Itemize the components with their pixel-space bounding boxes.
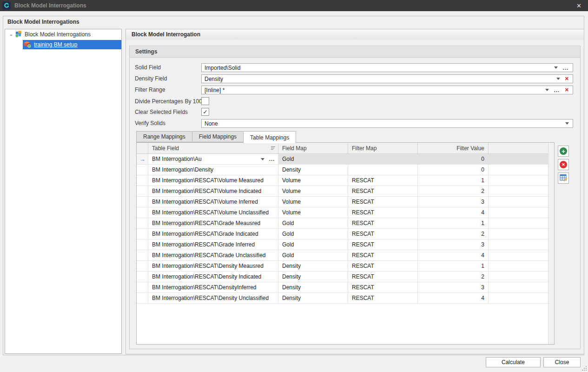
table-row[interactable]: BM Interrogation\RESCAT\Volume Inferred … xyxy=(137,197,548,207)
field-map-cell[interactable]: Density xyxy=(278,261,348,271)
delete-row-button[interactable]: ✕ xyxy=(558,159,569,170)
filter-value-cell[interactable]: 1 xyxy=(418,261,489,271)
filter-map-cell[interactable] xyxy=(348,165,418,175)
field-map-cell[interactable]: Volume xyxy=(278,207,348,218)
table-field-cell[interactable]: BM Interrogation\RESCAT\Density Meausred xyxy=(148,261,278,271)
clear-selected-checkbox[interactable]: ✓ xyxy=(201,108,209,116)
filter-map-cell[interactable]: RESCAT xyxy=(348,250,418,260)
filter-map-cell[interactable]: RESCAT xyxy=(348,272,418,282)
filter-map-cell[interactable]: RESCAT xyxy=(348,239,418,250)
table-row[interactable]: BM Interrogation\RESCAT\Density Meausred… xyxy=(137,261,548,272)
grid-header-filter-value[interactable]: Filter Value xyxy=(418,143,489,153)
field-map-cell[interactable]: Gold xyxy=(278,154,348,164)
browse-ellipsis-icon[interactable]: … xyxy=(269,157,275,161)
table-field-cell[interactable]: BM Interrogation\RESCAT\Volume Measured xyxy=(148,175,278,186)
table-row[interactable]: BM Interrogation\RESCAT\Volume Measured … xyxy=(137,175,548,186)
filter-map-cell[interactable] xyxy=(348,154,418,164)
dropdown-arrow-icon[interactable] xyxy=(554,66,558,69)
field-map-cell[interactable]: Gold xyxy=(278,229,348,239)
tab-table-mappings[interactable]: Table Mappings xyxy=(243,131,296,143)
browse-ellipsis-icon[interactable]: … xyxy=(562,66,569,70)
field-map-cell[interactable]: Volume xyxy=(278,186,348,196)
table-row[interactable]: BM Interrogation\RESCAT\Volume Unclassif… xyxy=(137,207,548,218)
table-row[interactable]: BM Interrogation\RESCAT\Grade Indicated … xyxy=(137,229,548,239)
filter-map-cell[interactable]: RESCAT xyxy=(348,293,418,303)
grid-vertical-scrollbar[interactable] xyxy=(548,143,554,344)
dropdown-arrow-icon[interactable] xyxy=(556,78,560,80)
field-map-cell[interactable]: Density xyxy=(278,282,348,292)
table-field-cell[interactable]: BM Interrogation\RESCAT\DensityInferred xyxy=(148,282,278,292)
browse-ellipsis-icon[interactable]: … xyxy=(554,88,560,92)
close-icon[interactable]: ✕ xyxy=(576,0,581,11)
filter-value-cell[interactable]: 2 xyxy=(418,229,489,239)
table-row[interactable]: BM Interrogation\RESCAT\DensityInferred … xyxy=(137,282,548,293)
table-field-cell[interactable]: BM Interrogation\RESCAT\Grade Indicated xyxy=(148,229,278,239)
solid-field-input[interactable]: Imported\Solid … xyxy=(201,63,573,72)
table-field-cell[interactable]: BM Interrogation\RESCAT\Volume Unclassif… xyxy=(148,207,278,218)
table-field-cell[interactable]: BM Interrogation\RESCAT\Volume Inferred xyxy=(148,197,278,207)
divide-percentages-checkbox[interactable] xyxy=(201,97,209,105)
filter-value-cell[interactable]: 4 xyxy=(418,207,489,218)
dropdown-arrow-icon[interactable] xyxy=(565,122,569,125)
table-field-cell[interactable]: BM Interrogation\RESCAT\Grade Unclassifi… xyxy=(148,250,278,260)
resize-grip[interactable] xyxy=(581,365,587,371)
table-field-cell[interactable]: BM Interrogation\RESCAT\Grade Meausred xyxy=(148,218,278,228)
grid-header-table-field[interactable]: Table Field xyxy=(148,143,278,153)
filter-value-cell[interactable]: 3 xyxy=(418,239,489,250)
table-row[interactable]: BM Interrogation\RESCAT\Grade Unclassifi… xyxy=(137,250,548,261)
table-row[interactable]: BM Interrogation\RESCAT\Density Unclassi… xyxy=(137,293,548,304)
grid-header-filter-map[interactable]: Filter Map xyxy=(348,143,418,153)
close-button[interactable]: Close xyxy=(543,357,581,367)
field-map-cell[interactable]: Gold xyxy=(278,218,348,228)
field-map-cell[interactable]: Density xyxy=(278,165,348,175)
tree-node-root[interactable]: ⌄ x Block Model Interrogations xyxy=(5,29,121,39)
add-row-button[interactable]: + xyxy=(558,146,569,157)
density-field-input[interactable]: Density ✕ xyxy=(201,74,573,83)
table-row[interactable]: BM Interrogation\RESCAT\Density Indicate… xyxy=(137,272,548,282)
filter-map-cell[interactable]: RESCAT xyxy=(348,229,418,239)
grid-header-field-map[interactable]: Field Map xyxy=(278,143,348,153)
filter-value-cell[interactable]: 2 xyxy=(418,272,489,282)
clear-field-icon[interactable]: ✕ xyxy=(565,87,569,93)
table-field-cell[interactable]: BM Interrogation\RESCAT\Volume Indicated xyxy=(148,186,278,196)
filter-map-cell[interactable]: RESCAT xyxy=(348,175,418,186)
filter-map-cell[interactable]: RESCAT xyxy=(348,282,418,292)
table-row[interactable]: BM Interrogation\RESCAT\Grade Inferred G… xyxy=(137,239,548,250)
tab-field-mappings[interactable]: Field Mappings xyxy=(192,131,243,142)
tab-range-mappings[interactable]: Range Mappings xyxy=(136,131,192,142)
field-map-cell[interactable]: Gold xyxy=(278,250,348,260)
calculate-button[interactable]: Calculate xyxy=(486,357,541,367)
field-map-cell[interactable]: Density xyxy=(278,293,348,303)
filter-map-cell[interactable]: RESCAT xyxy=(348,218,418,228)
table-field-cell[interactable]: BM Interrogation\RESCAT\Density Indicate… xyxy=(148,272,278,282)
table-field-cell[interactable]: BM Interrogation\Au … xyxy=(148,154,278,164)
table-row[interactable]: BM Interrogation\Density Density 0 xyxy=(137,165,548,175)
verify-solids-dropdown[interactable]: None xyxy=(201,119,573,128)
filter-map-cell[interactable]: RESCAT xyxy=(348,207,418,218)
table-row[interactable]: BM Interrogation\RESCAT\Grade Meausred G… xyxy=(137,218,548,229)
filter-map-cell[interactable]: RESCAT xyxy=(348,197,418,207)
filter-value-cell[interactable]: 4 xyxy=(418,250,489,260)
chevron-down-icon[interactable]: ⌄ xyxy=(8,32,14,37)
filter-value-cell[interactable]: 0 xyxy=(418,165,489,175)
table-row[interactable]: → BM Interrogation\Au … Gold 0 xyxy=(137,154,548,165)
field-map-cell[interactable]: Volume xyxy=(278,175,348,186)
filter-map-cell[interactable]: RESCAT xyxy=(348,186,418,196)
tree-node-training-bm-setup[interactable]: x training BM setup xyxy=(5,40,121,49)
filter-value-cell[interactable]: 3 xyxy=(418,282,489,292)
field-map-cell[interactable]: Density xyxy=(278,272,348,282)
dropdown-arrow-icon[interactable] xyxy=(261,158,264,160)
filter-value-cell[interactable]: 1 xyxy=(418,218,489,228)
field-map-cell[interactable]: Gold xyxy=(278,239,348,250)
table-field-cell[interactable]: BM Interrogation\Density xyxy=(148,165,278,175)
filter-value-cell[interactable]: 1 xyxy=(418,175,489,186)
field-map-cell[interactable]: Volume xyxy=(278,197,348,207)
filter-value-cell[interactable]: 4 xyxy=(418,293,489,303)
dropdown-arrow-icon[interactable] xyxy=(545,89,549,91)
filter-map-cell[interactable]: RESCAT xyxy=(348,261,418,271)
table-row[interactable]: BM Interrogation\RESCAT\Volume Indicated… xyxy=(137,186,548,197)
filter-value-cell[interactable]: 0 xyxy=(418,154,489,164)
filter-range-input[interactable]: [Inline] * … ✕ xyxy=(201,86,573,94)
filter-value-cell[interactable]: 3 xyxy=(418,197,489,207)
clear-field-icon[interactable]: ✕ xyxy=(565,76,569,82)
